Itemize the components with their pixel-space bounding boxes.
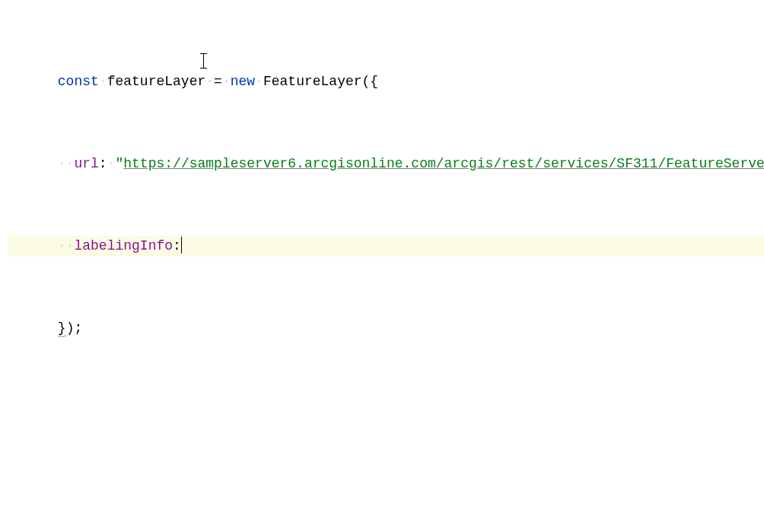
whitespace-dot: · — [99, 74, 107, 89]
indent-dots: ·· — [58, 156, 75, 171]
property-url: url — [74, 156, 98, 171]
code-line-3[interactable]: ··labelingInfo: — [8, 236, 764, 256]
property-labelinginfo: labelingInfo — [74, 238, 173, 253]
class-name: FeatureLayer — [263, 74, 362, 89]
code-editor[interactable]: const·featureLayer·=·new·FeatureLayer({ … — [0, 0, 764, 380]
open-paren: ( — [362, 74, 371, 89]
variable-name: featureLayer — [107, 74, 206, 89]
colon: : — [99, 156, 107, 171]
keyword-new: new — [231, 74, 255, 89]
close-brace: } — [58, 320, 66, 337]
open-brace: { — [370, 74, 378, 89]
whitespace-dot: · — [205, 74, 214, 89]
keyword-const: const — [58, 74, 99, 89]
close-paren: ) — [66, 320, 75, 336]
colon: : — [173, 238, 181, 253]
whitespace-dot: · — [255, 74, 263, 89]
text-caret — [181, 237, 182, 253]
url-string[interactable]: https://sampleserver6.arcgisonline.com/a… — [123, 156, 764, 171]
equals-operator: = — [214, 74, 222, 89]
code-line-2[interactable]: ··url:·"https://sampleserver6.arcgisonli… — [8, 154, 764, 174]
semicolon: ; — [74, 320, 82, 336]
whitespace-dot: · — [222, 74, 231, 89]
code-line-4[interactable]: }); — [8, 318, 764, 339]
code-line-1[interactable]: const·featureLayer·=·new·FeatureLayer({ — [8, 72, 764, 92]
whitespace-dot: · — [107, 156, 116, 171]
string-quote-open: " — [115, 156, 123, 171]
indent-dots: ·· — [58, 238, 75, 253]
